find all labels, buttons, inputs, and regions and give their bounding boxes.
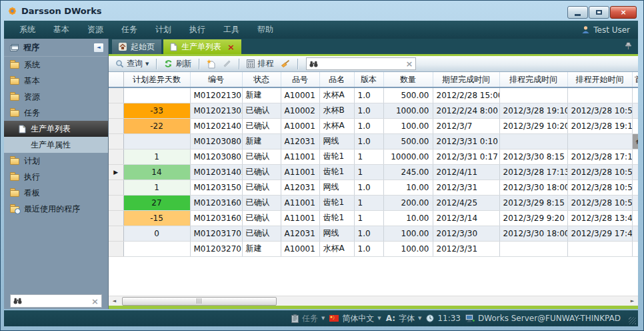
sidebar-search-input[interactable] [25, 297, 89, 306]
row-selector[interactable] [109, 241, 123, 256]
cell-due[interactable]: 2012/4/11 [433, 164, 499, 180]
cell-diff[interactable]: 27 [123, 195, 190, 210]
tab-close-icon[interactable]: × [227, 43, 235, 51]
table-row[interactable]: 1M012031501已确认A12031网线1.010.002012/3/312… [109, 180, 638, 195]
cell-sched_end[interactable]: 2012/3/30 18:00 [499, 226, 567, 241]
cell-sched_start[interactable] [567, 87, 632, 103]
cell-item[interactable]: A12031 [281, 180, 319, 195]
scroll-right-icon[interactable]: ► [627, 296, 638, 306]
col-version[interactable]: 版本 [354, 72, 383, 87]
cell-extra[interactable] [632, 118, 638, 133]
cell-ver[interactable]: 1.0 [354, 118, 383, 133]
cell-ver[interactable]: 1.0 [354, 87, 383, 103]
cell-sched_start[interactable] [567, 133, 632, 149]
cell-name[interactable]: 齿轮1 [319, 164, 354, 180]
menu-basic[interactable]: 基本 [45, 21, 78, 39]
cell-due[interactable]: 2012/3/31 0:17 [433, 149, 499, 164]
horizontal-scrollbar[interactable]: ◄ ► [109, 296, 638, 306]
cell-due[interactable]: 2012/2/28 15:00 [433, 87, 499, 103]
cell-sched_end[interactable]: 2012/3/28 17:13 [499, 164, 567, 180]
cell-status[interactable]: 新建 [242, 241, 281, 256]
cell-no[interactable]: M012031602 [190, 210, 242, 226]
status-font-menu[interactable]: A: 字体 ▼ [386, 313, 422, 324]
col-number[interactable]: 编号 [190, 72, 242, 87]
table-row[interactable]: 0M012031701已确认A12031网线1.0100.002012/3/30… [109, 226, 638, 241]
cell-status[interactable]: 已确认 [242, 180, 281, 195]
refresh-button[interactable]: 刷新 [162, 57, 193, 71]
menu-system[interactable]: 系统 [11, 21, 44, 39]
sidebar-item-kanban[interactable]: 看板 [4, 185, 108, 201]
row-selector[interactable] [109, 103, 123, 118]
cell-due[interactable]: 2012/3/14 [433, 210, 499, 226]
cell-qty[interactable]: 500.00 [383, 133, 433, 149]
menu-tools[interactable]: 工具 [215, 21, 248, 39]
cell-qty[interactable]: 200.00 [383, 195, 433, 210]
row-selector[interactable] [109, 180, 123, 195]
cell-extra[interactable] [632, 195, 638, 210]
cell-diff[interactable]: 1 [123, 180, 190, 195]
cell-ver[interactable]: 1.0 [354, 133, 383, 149]
col-partial[interactable]: 首 [632, 72, 638, 87]
cell-ver[interactable]: 1.0 [354, 226, 383, 241]
row-selector[interactable] [109, 195, 123, 210]
cell-sched_start[interactable]: 2012/3/28 10:52 [567, 164, 632, 180]
col-status[interactable]: 状态 [242, 72, 281, 87]
cell-ver[interactable]: 1 [354, 164, 383, 180]
menu-task[interactable]: 任务 [113, 21, 146, 39]
cell-name[interactable]: 水杯B [319, 103, 354, 118]
col-plan-diff-days[interactable]: 计划差异天数 [123, 72, 190, 87]
cell-sched_start[interactable]: 2012/3/28 13:40 [567, 210, 632, 226]
tab-start-page[interactable]: 起始页 [112, 39, 161, 54]
clean-button[interactable] [279, 58, 292, 69]
scrollbar-thumb[interactable] [122, 297, 277, 306]
cell-name[interactable]: 网线 [319, 180, 354, 195]
cell-qty[interactable]: 100.00 [383, 118, 433, 133]
cell-sched_start[interactable]: 2012/3/28 10:52 [567, 103, 632, 118]
sidebar-item-production-order-list[interactable]: 生产单列表 [4, 121, 108, 137]
cell-status[interactable]: 新建 [242, 87, 281, 103]
minimize-button[interactable] [567, 6, 588, 19]
sidebar-search-clear-icon[interactable]: × [91, 297, 99, 306]
cell-qty[interactable]: 245.00 [383, 164, 433, 180]
cell-no[interactable]: M012031601 [190, 195, 242, 210]
cell-due[interactable]: 2012/3/31 0:10 [433, 133, 499, 149]
cell-ver[interactable]: 1 [354, 149, 383, 164]
cell-item[interactable]: A12031 [281, 226, 319, 241]
cell-due[interactable]: 2012/3/7 [433, 118, 499, 133]
cell-sched_end[interactable]: 2012/3/30 8:15 [499, 149, 567, 164]
cell-no[interactable]: M012032701 [190, 241, 242, 256]
cell-qty[interactable]: 10.00 [383, 180, 433, 195]
menu-resource[interactable]: 资源 [79, 21, 112, 39]
col-expected-finish[interactable]: 期望完成时间 [433, 72, 499, 87]
cell-extra[interactable] [632, 210, 638, 226]
row-selector[interactable] [109, 133, 123, 149]
menu-plan[interactable]: 计划 [147, 21, 180, 39]
menu-help[interactable]: 帮助 [249, 21, 282, 39]
sidebar-item-recent-programs[interactable]: 最近使用的程序 [4, 201, 108, 217]
cell-ver[interactable]: 1 [354, 195, 383, 210]
cell-status[interactable]: 已确认 [242, 195, 281, 210]
cell-item[interactable]: A11001 [281, 164, 319, 180]
cell-ver[interactable]: 1.0 [354, 103, 383, 118]
cell-no[interactable]: M012031701 [190, 226, 242, 241]
cell-item[interactable]: A11001 [281, 195, 319, 210]
cell-diff[interactable]: 14 [123, 164, 190, 180]
table-row[interactable]: 1M012030802已确认A11001齿轮1110000.002012/3/3… [109, 149, 638, 164]
new-button[interactable] [205, 58, 217, 70]
cell-no[interactable]: M012031501 [190, 180, 242, 195]
cell-extra[interactable]: # [632, 133, 638, 149]
pin-icon[interactable] [625, 41, 632, 50]
cell-name[interactable]: 水杯A [319, 241, 354, 256]
cell-due[interactable]: 2012/2/24 8:00 [433, 103, 499, 118]
cell-name[interactable]: 水杯A [319, 118, 354, 133]
sidebar-item-system[interactable]: 系统 [4, 57, 108, 73]
cell-ver[interactable]: 1.0 [354, 180, 383, 195]
cell-name[interactable]: 水杯A [319, 87, 354, 103]
cell-diff[interactable]: -22 [123, 118, 190, 133]
cell-sched_start[interactable]: 2012/3/29 17:46 [567, 226, 632, 241]
cell-name[interactable]: 齿轮1 [319, 210, 354, 226]
col-sched-start[interactable]: 排程开始时间 [567, 72, 632, 87]
cell-status[interactable]: 已确认 [242, 118, 281, 133]
maximize-button[interactable] [589, 6, 609, 19]
cell-sched_start[interactable]: 2012/3/28 17:13 [567, 149, 632, 164]
